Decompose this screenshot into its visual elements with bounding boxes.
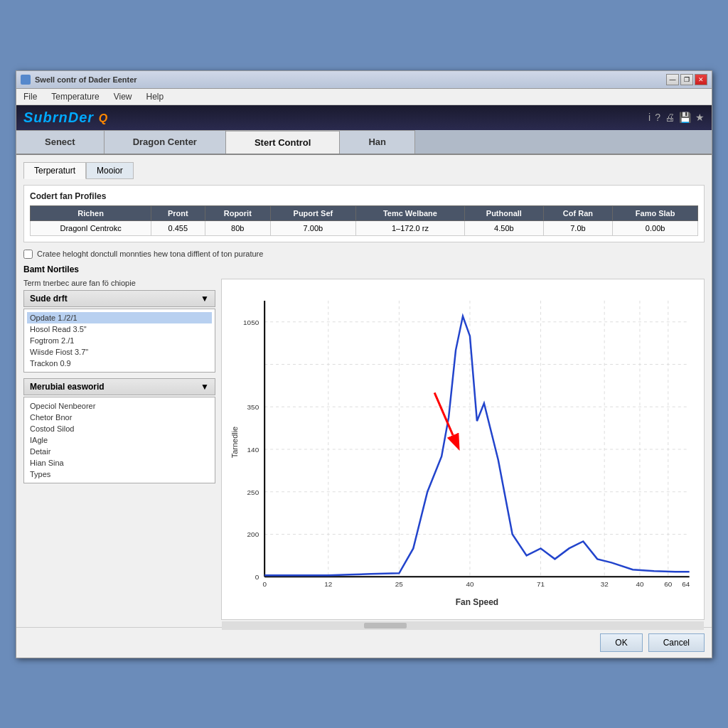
- menu-file[interactable]: File: [21, 90, 40, 103]
- menu-temperature[interactable]: Temperature: [48, 90, 102, 103]
- list-item[interactable]: Fogtrom 2./1: [27, 335, 212, 346]
- scrollbar-thumb[interactable]: [364, 623, 407, 628]
- svg-text:0: 0: [262, 580, 267, 588]
- main-window: Swell contr of Dader Eenter — ❐ ✕ File T…: [16, 70, 712, 658]
- list-item[interactable]: Opdate 1./2/1: [27, 312, 212, 323]
- svg-text:0: 0: [255, 573, 259, 581]
- list-item[interactable]: Trackon 0.9: [27, 358, 212, 369]
- title-bar-left: Swell contr of Dader Eenter: [21, 75, 137, 85]
- dropdown-sude[interactable]: Sude drft ▼: [23, 290, 215, 307]
- list-item[interactable]: Hosol Read 3.5": [27, 323, 212, 335]
- tab-senect[interactable]: Senect: [16, 130, 105, 154]
- cell-roporit: 80b: [205, 220, 270, 235]
- menu-view[interactable]: View: [111, 90, 135, 103]
- col-richen: Richen: [31, 205, 151, 220]
- tab-stert[interactable]: Stert Control: [226, 130, 340, 154]
- minimize-button[interactable]: —: [666, 74, 679, 85]
- app-icon: [21, 75, 31, 85]
- svg-text:200: 200: [247, 530, 259, 538]
- print-icon[interactable]: 🖨: [665, 112, 675, 123]
- cell-richen: DragonI Centrokc: [31, 220, 151, 235]
- list-box-2: Opeciol Nenbeorer Chetor Bnor Costod Sil…: [23, 397, 215, 483]
- list-box-1: Opdate 1./2/1 Hosol Read 3.5" Fogtrom 2.…: [23, 309, 215, 373]
- svg-text:40: 40: [636, 580, 644, 588]
- col-puport: Puport Sef: [271, 205, 356, 220]
- table-row[interactable]: DragonI Centrokc 0.455 80b 7.00b 1–172.0…: [31, 220, 698, 235]
- col-roporit: Roporit: [205, 205, 270, 220]
- brand-logo: SubrnDer Q: [23, 109, 108, 126]
- col-pront: Pront: [151, 205, 205, 220]
- close-button[interactable]: ✕: [695, 74, 707, 85]
- fan-profiles-title: Codert fan Profiles: [30, 191, 698, 201]
- content-area: Terperaturt Mooior Codert fan Profiles R…: [16, 155, 712, 627]
- svg-text:250: 250: [247, 488, 259, 496]
- term-label: Term tnerbec aure fan fö chiopie: [23, 279, 215, 287]
- svg-text:1050: 1050: [243, 318, 259, 326]
- help-icon[interactable]: ?: [655, 112, 660, 123]
- list-item[interactable]: Costod Silod: [27, 423, 212, 434]
- cancel-button[interactable]: Cancel: [648, 633, 705, 652]
- svg-text:25: 25: [395, 580, 404, 588]
- sub-tab-temperature[interactable]: Terperaturt: [23, 162, 86, 179]
- col-famo: Famo Slab: [613, 205, 698, 220]
- dropdown-sude-label: Sude drft: [30, 294, 68, 304]
- left-panel: Term tnerbec aure fan fö chiopie Sude dr…: [23, 279, 215, 620]
- cell-temc: 1–172.0 rz: [355, 220, 464, 235]
- bant-label: Bamt Nortiles: [23, 264, 705, 274]
- menu-bar: File Temperature View Help: [16, 89, 712, 105]
- list-item[interactable]: Detair: [27, 446, 212, 457]
- list-item[interactable]: Chetor Bnor: [27, 412, 212, 423]
- dropdown-merubial-arrow: ▼: [200, 382, 209, 392]
- cell-puthonall: 4.50b: [465, 220, 544, 235]
- col-temc: Temc Welbane: [355, 205, 464, 220]
- brand-toolbar: i ? 🖨 💾 ★: [648, 112, 705, 123]
- chart-scrollbar-h[interactable]: [222, 621, 704, 630]
- brand-bar: SubrnDer Q i ? 🖨 💾 ★: [16, 105, 712, 130]
- sub-tab-mooior[interactable]: Mooior: [86, 162, 134, 179]
- tab-dragon[interactable]: Dragon Center: [105, 130, 226, 154]
- chart-svg: 0 200 250 140 350 1050 0 12 25 40 71 32 …: [222, 279, 704, 619]
- checkbox-label: Cratee heloght donctull monnties hew ton…: [37, 250, 263, 258]
- svg-text:Fan Speed: Fan Speed: [456, 597, 498, 607]
- dropdown-merubial-label: Merubial easworid: [30, 382, 105, 392]
- footer: OK Cancel: [16, 627, 712, 658]
- main-content: Term tnerbec aure fan fö chiopie Sude dr…: [23, 279, 705, 620]
- ok-button[interactable]: OK: [600, 633, 642, 652]
- info-icon[interactable]: i: [648, 112, 651, 123]
- checkbox-row: Cratee heloght donctull monnties hew ton…: [23, 250, 705, 259]
- title-bar: Swell contr of Dader Eenter — ❐ ✕: [16, 71, 712, 89]
- list-item[interactable]: Hian Sina: [27, 457, 212, 469]
- star-icon[interactable]: ★: [695, 112, 705, 123]
- svg-text:40: 40: [466, 580, 474, 588]
- svg-text:71: 71: [537, 580, 545, 588]
- chart-area: 0 200 250 140 350 1050 0 12 25 40 71 32 …: [221, 279, 705, 620]
- dropdown-merubial[interactable]: Merubial easworid ▼: [23, 378, 215, 395]
- maximize-button[interactable]: ❐: [680, 74, 693, 85]
- col-cof-ran: Cof Ran: [543, 205, 613, 220]
- svg-text:64: 64: [682, 580, 690, 588]
- cell-famo: 0.00b: [613, 220, 698, 235]
- dropdown-sude-arrow: ▼: [200, 294, 209, 304]
- col-puthonall: Puthonall: [465, 205, 544, 220]
- cell-cof-ran: 7.0b: [543, 220, 613, 235]
- menu-help[interactable]: Help: [144, 90, 167, 103]
- checkbox-input[interactable]: [23, 250, 33, 259]
- list-item[interactable]: Wiisde Fiost 3.7": [27, 346, 212, 358]
- svg-text:Tarnedlie: Tarnedlie: [230, 426, 239, 457]
- main-tabs: Senect Dragon Center Stert Control Han: [16, 130, 712, 155]
- cell-pront: 0.455: [151, 220, 205, 235]
- list-item[interactable]: IAgle: [27, 434, 212, 446]
- svg-text:350: 350: [247, 403, 259, 411]
- list-item[interactable]: Types: [27, 469, 212, 480]
- save-icon[interactable]: 💾: [679, 112, 691, 123]
- fan-profiles-table: Richen Pront Roporit Puport Sef Temc Wel…: [30, 205, 698, 236]
- cell-puport: 7.00b: [271, 220, 356, 235]
- svg-text:60: 60: [664, 580, 673, 588]
- svg-text:140: 140: [247, 445, 259, 453]
- tab-han[interactable]: Han: [340, 130, 415, 154]
- svg-text:12: 12: [324, 580, 333, 588]
- fan-profiles-section: Codert fan Profiles Richen Pront Roporit…: [23, 185, 705, 242]
- svg-text:32: 32: [601, 580, 609, 588]
- list-item[interactable]: Opeciol Nenbeorer: [27, 400, 212, 412]
- sub-tabs: Terperaturt Mooior: [23, 162, 705, 179]
